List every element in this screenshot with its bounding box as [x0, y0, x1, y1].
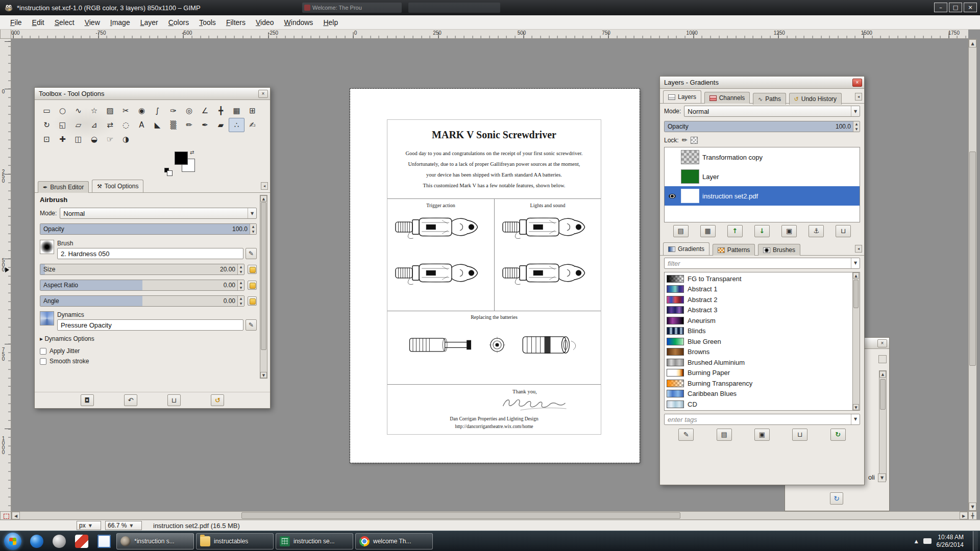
angle-slider[interactable]: Angle 0.00 ▲▼ — [40, 295, 244, 307]
rectangle-select-tool[interactable]: ▭ — [39, 104, 55, 118]
scroll-up-button[interactable]: ▲ — [260, 195, 267, 202]
blur-sharpen-tool[interactable]: ◒ — [86, 132, 102, 146]
tab-brushes[interactable]: Brushes — [758, 244, 800, 256]
perspective-tool[interactable]: ⊿ — [86, 118, 102, 132]
dynamics-options-expander[interactable]: ▸ Dynamics Options — [40, 335, 257, 342]
taskbar-app-button[interactable]: *instruction s... — [116, 533, 194, 549]
new-gradient-button[interactable]: ▤ — [717, 429, 732, 441]
tab-brush-editor[interactable]: ✒ Brush Editor — [38, 181, 89, 193]
menu-item[interactable]: Colors — [163, 16, 194, 29]
taskbar-app-button[interactable]: instructables — [196, 533, 274, 549]
gradient-row[interactable]: CD — [666, 399, 851, 410]
gradient-filter-input[interactable]: filter ▼ — [664, 258, 860, 269]
gradient-row[interactable]: FG to Transparent — [666, 273, 851, 284]
raise-layer-button[interactable]: ↑ — [727, 225, 743, 237]
show-hidden-icons-button[interactable]: ▲ — [915, 539, 918, 544]
apply-jitter-checkbox[interactable] — [40, 348, 46, 355]
airbrush-tool[interactable]: ∴ — [229, 118, 244, 132]
gradient-scrollbar[interactable]: ▲ ▼ — [852, 272, 860, 410]
dodge-burn-tool[interactable]: ◑ — [118, 132, 134, 146]
pencil-tool[interactable]: ✏ — [181, 118, 197, 132]
menu-item[interactable]: Layer — [135, 16, 163, 29]
lock-alpha-icon[interactable] — [691, 137, 698, 144]
gradient-tool[interactable]: ▒ — [165, 118, 181, 132]
dialog-button[interactable] — [878, 355, 887, 363]
move-tool[interactable]: ╋ — [213, 104, 229, 118]
close-button[interactable]: × — [964, 3, 977, 12]
gradient-row[interactable]: Caribbean Blues — [666, 389, 851, 399]
scissors-select-tool[interactable]: ✂ — [118, 104, 134, 118]
rotate-tool[interactable]: ↻ — [39, 118, 55, 132]
scroll-down-button[interactable]: ▼ — [853, 404, 859, 410]
anchor-layer-button[interactable]: ⚓ — [808, 225, 824, 237]
edit-dynamics-button[interactable]: ✎ — [246, 319, 257, 331]
dynamics-preview[interactable] — [40, 311, 54, 325]
tab-paths[interactable]: ∿ Paths — [753, 93, 786, 105]
default-colors-icon[interactable] — [164, 168, 169, 172]
heal-tool[interactable]: ✚ — [55, 132, 70, 146]
gradient-tags-input[interactable]: enter tags ▼ — [664, 414, 860, 425]
scroll-up-button[interactable]: ▲ — [853, 272, 859, 279]
close-icon[interactable]: × — [877, 339, 887, 347]
size-slider[interactable]: Size 20.00 ▲▼ — [40, 264, 244, 275]
layer-opacity-slider[interactable]: Opacity 100.0 ▲▼ — [664, 121, 860, 132]
gradient-row[interactable]: Burning Transparency — [666, 378, 851, 389]
angle-reset-button[interactable] — [248, 296, 257, 306]
scroll-down-button[interactable]: ▼ — [260, 372, 267, 378]
restore-tool-preset-button[interactable]: ↶ — [124, 394, 137, 406]
gradient-row[interactable]: Brushed Aluminium — [666, 357, 851, 368]
window-titlebar[interactable]: *instruction set.xcf-1.0 (RGB color, 3 l… — [0, 0, 980, 15]
paint-mode-select[interactable]: Normal ▼ — [60, 208, 257, 219]
paintbrush-tool[interactable]: ✒ — [197, 118, 213, 132]
shear-tool[interactable]: ▱ — [70, 118, 86, 132]
gradient-row[interactable]: Burning Paper — [666, 368, 851, 379]
aspect-ratio-slider[interactable]: Aspect Ratio 0.00 ▲▼ — [40, 280, 244, 291]
smudge-tool[interactable]: ☞ — [102, 132, 118, 146]
menu-item[interactable]: Video — [251, 16, 279, 29]
horizontal-ruler[interactable]: 000-750-500-2500250500750100012501500175… — [11, 30, 968, 39]
spin-buttons[interactable]: ▲▼ — [237, 296, 244, 306]
scrollbar-thumb[interactable] — [261, 202, 266, 350]
menu-item[interactable]: Help — [318, 16, 343, 29]
zoom-select[interactable]: 66.7 % ▼ — [105, 521, 142, 530]
dynamics-select-field[interactable]: Pressure Opacity — [57, 319, 243, 331]
minimize-button[interactable]: – — [934, 3, 947, 12]
tab-tool-options[interactable]: ⚒ Tool Options — [92, 180, 144, 192]
smooth-stroke-checkbox[interactable] — [40, 358, 46, 365]
browser-launcher[interactable] — [28, 533, 45, 550]
eraser-tool[interactable]: ▰ — [213, 118, 229, 132]
delete-tool-preset-button[interactable]: ⊔ — [167, 394, 181, 406]
brush-preview[interactable] — [40, 240, 54, 254]
edit-gradient-button[interactable]: ✎ — [678, 429, 694, 441]
toolbox-titlebar[interactable]: Toolbox - Tool Options × — [35, 88, 270, 100]
text-editor-launcher[interactable] — [95, 533, 113, 550]
gradient-row[interactable]: Blinds — [666, 326, 851, 337]
gradient-row[interactable]: Blue Green — [666, 336, 851, 347]
menu-item[interactable]: Image — [105, 16, 135, 29]
gradient-row[interactable]: Abstract 1 — [666, 284, 851, 295]
ink-tool[interactable]: ✍ — [244, 118, 260, 132]
maximize-button[interactable]: □ — [949, 3, 962, 12]
tab-gradients[interactable]: Gradients — [663, 242, 709, 255]
horizontal-scrollbar[interactable]: ◀ ▶ — [11, 511, 968, 520]
scroll-left-button[interactable]: ◀ — [12, 512, 20, 519]
image-page[interactable]: MARK V Sonic Screwdriver Good day to you… — [350, 89, 640, 463]
zoom-tool[interactable]: ◎ — [181, 104, 197, 118]
show-desktop-button[interactable] — [973, 531, 978, 551]
visibility-cell[interactable] — [667, 155, 678, 160]
refresh-gradients-button[interactable]: ↻ — [830, 429, 846, 441]
keyboard-tray-icon[interactable] — [923, 538, 932, 544]
quick-mask-toggle[interactable] — [0, 511, 11, 520]
globe-launcher[interactable] — [51, 533, 68, 550]
taskbar-app-button[interactable]: welcome Th... — [355, 533, 433, 549]
reset-tool-options-button[interactable]: ↺ — [211, 394, 224, 406]
vertical-ruler[interactable]: 02505007501000 — [0, 39, 11, 511]
free-select-tool[interactable]: ∿ — [70, 104, 86, 118]
layer-row[interactable]: instruction set2.pdf — [665, 186, 860, 206]
aspect-reset-button[interactable] — [248, 281, 257, 290]
layer-row[interactable]: Transformation copy — [665, 147, 860, 167]
spin-buttons[interactable]: ▲▼ — [853, 121, 860, 132]
clone-tool[interactable]: ⊡ — [39, 132, 55, 146]
panel-menu-button[interactable]: ◂ — [855, 245, 862, 253]
visibility-cell[interactable] — [667, 194, 678, 198]
